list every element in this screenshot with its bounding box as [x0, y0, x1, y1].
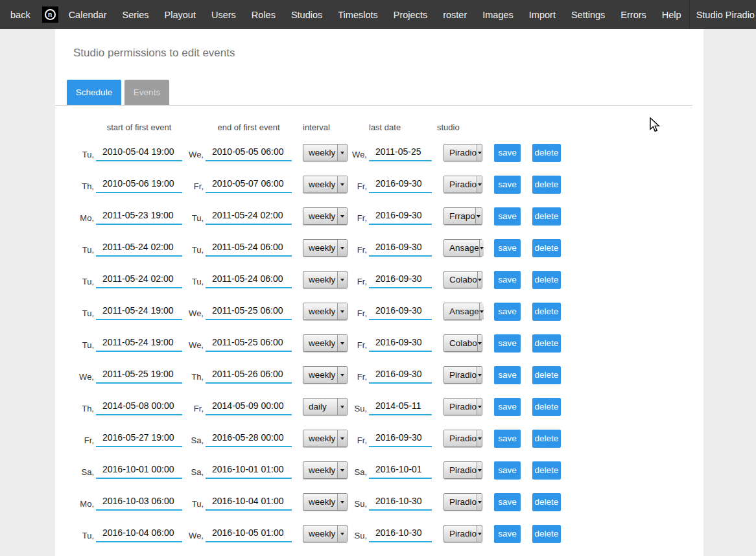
start-of-first-event-input[interactable]	[96, 207, 182, 225]
nav-item-studios[interactable]: Studios	[283, 0, 330, 29]
nav-item-import[interactable]: Import	[521, 0, 563, 29]
end-of-first-event-input[interactable]	[206, 525, 292, 542]
studio-select[interactable]: Colabo	[443, 334, 482, 352]
studio-select[interactable]: Piradio	[443, 144, 482, 161]
delete-button[interactable]: delete	[532, 461, 561, 480]
start-of-first-event-input[interactable]	[96, 398, 182, 415]
interval-select[interactable]: daily	[303, 398, 348, 415]
last-date-input[interactable]	[369, 398, 432, 415]
nav-item-calendar[interactable]: Calendar	[61, 0, 115, 29]
nav-item-images[interactable]: Images	[475, 0, 521, 29]
end-of-first-event-input[interactable]	[206, 176, 292, 193]
interval-select[interactable]: weekly	[303, 493, 348, 511]
last-date-input[interactable]	[369, 303, 432, 320]
nav-item-projects[interactable]: Projects	[386, 0, 435, 29]
studio-select[interactable]: Frrapo	[443, 207, 482, 225]
delete-button[interactable]: delete	[532, 398, 561, 416]
nav-item-users[interactable]: Users	[204, 0, 244, 29]
save-button[interactable]: save	[494, 430, 521, 448]
end-of-first-event-input[interactable]	[206, 271, 292, 288]
start-of-first-event-input[interactable]	[96, 430, 182, 447]
save-button[interactable]: save	[494, 525, 521, 543]
radio-logo[interactable]: n	[40, 0, 61, 29]
last-date-input[interactable]	[369, 207, 432, 225]
nav-item-roster[interactable]: roster	[435, 0, 475, 29]
last-date-input[interactable]	[369, 239, 432, 257]
last-date-input[interactable]	[369, 366, 432, 384]
start-of-first-event-input[interactable]	[96, 334, 182, 352]
studio-select[interactable]: Ansage	[443, 239, 482, 257]
delete-button[interactable]: delete	[532, 144, 561, 162]
delete-button[interactable]: delete	[532, 334, 561, 353]
studio-select[interactable]: Piradio	[443, 525, 482, 542]
last-date-input[interactable]	[369, 176, 432, 193]
save-button[interactable]: save	[494, 398, 521, 416]
studio-nav-select[interactable]: Studio Piradio	[689, 0, 756, 29]
nav-item-playout[interactable]: Playout	[157, 0, 204, 29]
delete-button[interactable]: delete	[532, 239, 561, 257]
interval-select[interactable]: weekly	[303, 144, 348, 161]
tab-schedule[interactable]: Schedule	[67, 80, 121, 105]
save-button[interactable]: save	[494, 334, 521, 353]
start-of-first-event-input[interactable]	[96, 366, 182, 384]
start-of-first-event-input[interactable]	[96, 493, 182, 511]
studio-select[interactable]: Piradio	[443, 398, 482, 415]
save-button[interactable]: save	[494, 271, 521, 289]
interval-select[interactable]: weekly	[303, 303, 348, 320]
start-of-first-event-input[interactable]	[96, 176, 182, 193]
start-of-first-event-input[interactable]	[96, 239, 182, 257]
save-button[interactable]: save	[494, 144, 521, 162]
studio-select[interactable]: Ansage	[443, 303, 482, 320]
nav-item-roles[interactable]: Roles	[244, 0, 283, 29]
interval-select[interactable]: weekly	[303, 207, 348, 225]
delete-button[interactable]: delete	[532, 303, 561, 321]
interval-select[interactable]: weekly	[303, 366, 348, 384]
end-of-first-event-input[interactable]	[206, 493, 292, 511]
nav-item-errors[interactable]: Errors	[613, 0, 654, 29]
end-of-first-event-input[interactable]	[206, 461, 292, 479]
save-button[interactable]: save	[494, 461, 521, 480]
end-of-first-event-input[interactable]	[206, 207, 292, 225]
end-of-first-event-input[interactable]	[206, 334, 292, 352]
interval-select[interactable]: weekly	[303, 430, 348, 447]
end-of-first-event-input[interactable]	[206, 430, 292, 447]
last-date-input[interactable]	[369, 271, 432, 288]
interval-select[interactable]: weekly	[303, 271, 348, 288]
interval-select[interactable]: weekly	[303, 334, 348, 352]
nav-item-series[interactable]: Series	[114, 0, 156, 29]
back-link[interactable]: back	[0, 0, 40, 29]
interval-select[interactable]: weekly	[303, 461, 348, 479]
end-of-first-event-input[interactable]	[206, 366, 292, 384]
delete-button[interactable]: delete	[532, 430, 561, 448]
end-of-first-event-input[interactable]	[206, 398, 292, 415]
last-date-input[interactable]	[369, 144, 432, 161]
interval-select[interactable]: weekly	[303, 176, 348, 193]
studio-select[interactable]: Colabo	[443, 271, 482, 288]
save-button[interactable]: save	[494, 239, 521, 257]
save-button[interactable]: save	[494, 207, 521, 226]
last-date-input[interactable]	[369, 430, 432, 447]
studio-select[interactable]: Piradio	[443, 430, 482, 447]
last-date-input[interactable]	[369, 461, 432, 479]
delete-button[interactable]: delete	[532, 176, 561, 194]
studio-select[interactable]: Piradio	[443, 461, 482, 479]
nav-item-help[interactable]: Help	[654, 0, 689, 29]
save-button[interactable]: save	[494, 493, 521, 511]
nav-item-settings[interactable]: Settings	[563, 0, 613, 29]
interval-select[interactable]: weekly	[303, 525, 348, 542]
interval-select[interactable]: weekly	[303, 239, 348, 257]
end-of-first-event-input[interactable]	[206, 303, 292, 320]
start-of-first-event-input[interactable]	[96, 144, 182, 161]
studio-select[interactable]: Piradio	[443, 366, 482, 384]
save-button[interactable]: save	[494, 176, 521, 194]
delete-button[interactable]: delete	[532, 207, 561, 226]
start-of-first-event-input[interactable]	[96, 461, 182, 479]
last-date-input[interactable]	[369, 493, 432, 511]
last-date-input[interactable]	[369, 334, 432, 352]
delete-button[interactable]: delete	[532, 493, 561, 511]
start-of-first-event-input[interactable]	[96, 303, 182, 320]
start-of-first-event-input[interactable]	[96, 525, 182, 542]
last-date-input[interactable]	[369, 525, 432, 542]
delete-button[interactable]: delete	[532, 525, 561, 543]
save-button[interactable]: save	[494, 303, 521, 321]
